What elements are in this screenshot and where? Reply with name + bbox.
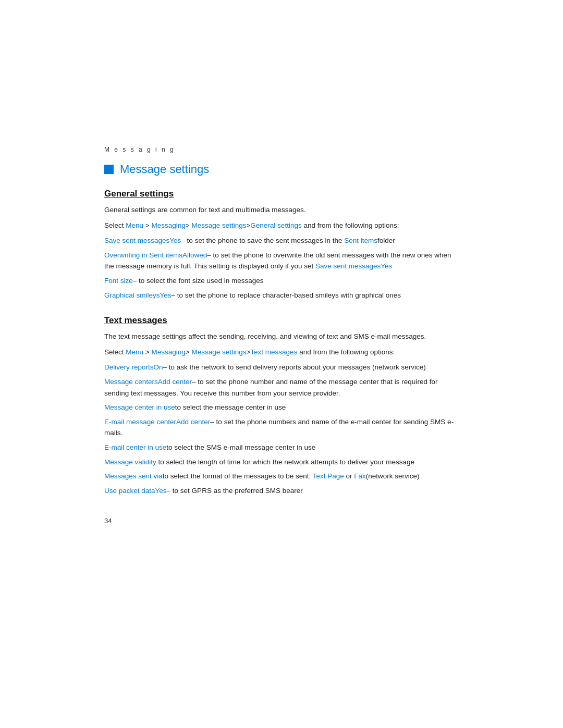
general-settings-select: Select Menu > Messaging> Message setting…	[104, 220, 459, 231]
list-item: Use packet dataYes– to set GPRS as the p…	[104, 485, 459, 497]
blue-square-icon	[104, 165, 114, 174]
list-item: E-mail center in useto select the SMS e-…	[104, 442, 459, 453]
graphical-smileys-link[interactable]: Graphical smileys	[104, 291, 160, 299]
add-center-link[interactable]: Add center	[158, 378, 192, 386]
save-sent-messages-link2[interactable]: Save sent messages	[315, 262, 381, 270]
text-page-link[interactable]: Text Page	[313, 472, 344, 480]
list-item: Message validity to select the length of…	[104, 456, 459, 468]
text-messages-select: Select Menu > Messaging> Message setting…	[104, 347, 459, 358]
list-item: Graphical smileysYes– to set the phone t…	[104, 290, 459, 301]
overwriting-link[interactable]: Overwriting in Sent items	[104, 251, 182, 259]
email-add-center-link[interactable]: Add center	[176, 418, 210, 426]
menu-link[interactable]: Menu	[126, 221, 143, 229]
list-item: Font size– to select the font size used …	[104, 275, 459, 287]
section-header: Message settings	[104, 163, 459, 176]
text-messages-heading: Text messages	[104, 315, 459, 326]
message-centers-link[interactable]: Message centers	[104, 378, 158, 386]
use-packet-data-link[interactable]: Use packet data	[104, 487, 155, 495]
list-item: E-mail message centerAdd center– to set …	[104, 416, 459, 439]
fax-link[interactable]: Fax	[354, 472, 366, 480]
list-item: Message center in useto select the messa…	[104, 402, 459, 413]
sent-items-link[interactable]: Sent items	[344, 237, 377, 244]
page: M e s s a g i n g Message settings Gener…	[0, 0, 563, 728]
email-message-center-link[interactable]: E-mail message center	[104, 418, 176, 426]
yes-link[interactable]: Yes	[381, 262, 392, 270]
list-item: Overwriting in Sent itemsAllowed– to set…	[104, 250, 459, 272]
graphical-smileys-yes-link[interactable]: Yes	[160, 291, 172, 299]
text-messages-section: Text messages The text message settings …	[104, 315, 459, 496]
message-validity-link[interactable]: Message validity	[104, 458, 156, 466]
save-sent-messages-yes-link[interactable]: Yes	[169, 237, 181, 244]
list-item: Message centersAdd center– to set the ph…	[104, 376, 459, 399]
message-center-in-use-link[interactable]: Message center in use	[104, 403, 175, 411]
list-item: Save sent messagesYes– to set the phone …	[104, 235, 459, 246]
font-size-link[interactable]: Font size	[104, 277, 133, 285]
delivery-reports-on-link[interactable]: On	[154, 363, 163, 371]
list-item: Delivery reportsOn– to ask the network t…	[104, 362, 459, 373]
message-settings-link[interactable]: Message settings	[191, 221, 246, 229]
section-title: Message settings	[120, 163, 209, 176]
message-settings-link2[interactable]: Message settings	[191, 348, 246, 356]
list-item: Messages sent viato select the format of…	[104, 471, 459, 482]
text-messages-link[interactable]: Text messages	[250, 348, 297, 356]
allowed-link[interactable]: Allowed	[182, 251, 207, 259]
section-label: M e s s a g i n g	[104, 146, 459, 153]
menu-link2[interactable]: Menu	[126, 348, 143, 356]
messaging-link2[interactable]: Messaging	[151, 348, 185, 356]
messages-sent-via-link[interactable]: Messages sent via	[104, 472, 163, 480]
general-settings-heading: General settings	[104, 189, 459, 199]
email-center-in-use-link[interactable]: E-mail center in use	[104, 443, 166, 451]
messaging-link[interactable]: Messaging	[151, 221, 185, 229]
page-number: 34	[104, 517, 459, 525]
text-messages-intro: The text message settings affect the sen…	[104, 331, 459, 342]
delivery-reports-link[interactable]: Delivery reports	[104, 363, 154, 371]
save-sent-messages-link[interactable]: Save sent messages	[104, 237, 169, 244]
general-settings-intro: General settings are common for text and…	[104, 204, 459, 216]
general-settings-link[interactable]: General settings	[250, 221, 301, 229]
general-settings-section: General settings General settings are co…	[104, 189, 459, 301]
use-packet-data-yes-link[interactable]: Yes	[155, 487, 167, 495]
